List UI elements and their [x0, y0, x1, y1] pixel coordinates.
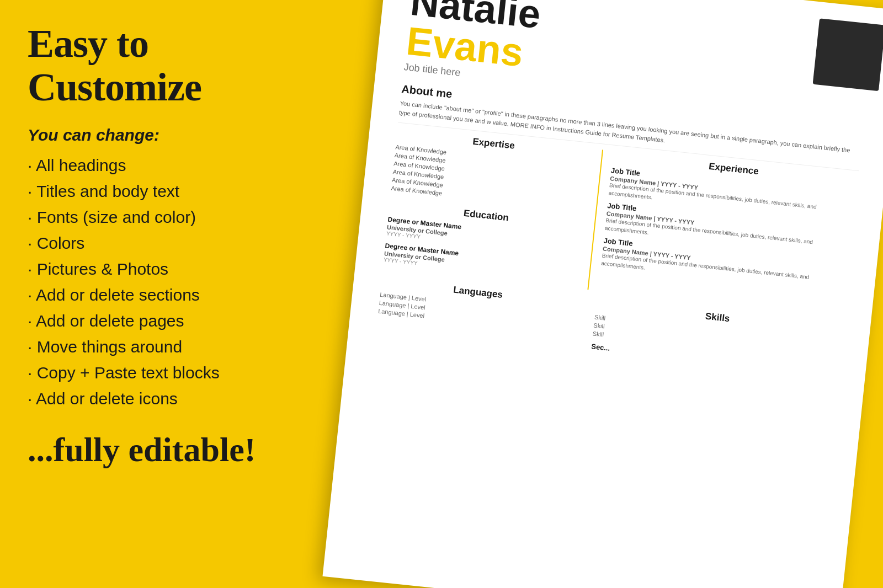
left-panel: Easy to Customize You can change: All he…	[0, 0, 309, 588]
bullet-item: Fonts (size and color)	[28, 206, 281, 228]
resume-right-col: Experience Job TitleCompany Name | YYYY …	[587, 149, 855, 316]
bullet-item: Pictures & Photos	[28, 258, 281, 280]
bullet-item: Copy + Paste text blocks	[28, 362, 281, 383]
bullet-item: Titles and body text	[28, 180, 281, 202]
fully-editable-label: ...fully editable!	[28, 430, 281, 469]
bullet-item: Add or delete pages	[28, 310, 281, 332]
resume-paper: Natalie Evans Job title here About me Yo…	[322, 0, 883, 588]
bullet-item: All headings	[28, 154, 281, 176]
bullet-item: Colors	[28, 232, 281, 254]
resume-container: Natalie Evans Job title here About me Yo…	[322, 0, 883, 588]
bullet-item: Add or delete sections	[28, 284, 281, 306]
photo-placeholder	[813, 18, 883, 91]
main-title: Easy to Customize	[28, 22, 281, 109]
resume-left-col: Expertise Area of KnowledgeArea of Knowl…	[382, 128, 591, 288]
feature-list: All headingsTitles and body textFonts (s…	[28, 154, 281, 414]
you-can-change-label: You can change:	[28, 126, 281, 145]
bullet-item: Add or delete icons	[28, 388, 281, 409]
experience-list: Job TitleCompany Name | YYYY - YYYYBrief…	[601, 166, 854, 292]
bottom-left-col: Languages Language | LevelLanguage | Lev…	[376, 277, 576, 348]
bullet-item: Move things around	[28, 336, 281, 357]
